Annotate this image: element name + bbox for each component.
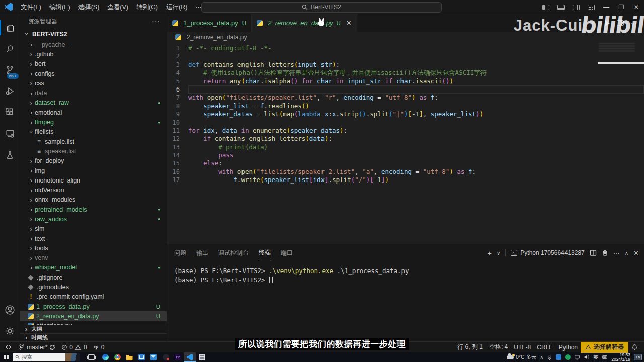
- chrome-app-icon[interactable]: [111, 352, 123, 362]
- git-branch-item[interactable]: master*: [16, 342, 58, 353]
- menu-item-编辑-e[interactable]: 编辑(E): [45, 0, 74, 14]
- tree-item-for-deploy[interactable]: ›for_deploy: [20, 156, 167, 166]
- tree-item-pre-commit-config-yaml[interactable]: !.pre-commit-config.yaml: [20, 292, 167, 302]
- tree-item-pycache[interactable]: ›__pycache__: [20, 40, 167, 49]
- kill-terminal-trash-icon[interactable]: [602, 249, 608, 256]
- ports-item[interactable]: 0: [90, 342, 108, 353]
- cloud-sync-icon[interactable]: [556, 354, 561, 360]
- explorer-app-icon[interactable]: [123, 352, 135, 362]
- task-view-icon[interactable]: [88, 354, 95, 360]
- panel-tab-终端[interactable]: 终端: [259, 244, 271, 261]
- tree-item-data[interactable]: ›data: [20, 88, 167, 98]
- notifications-bell-icon[interactable]: [628, 342, 641, 353]
- touch-keyboard-icon[interactable]: [602, 354, 608, 360]
- select-interpreter-warning[interactable]: 选择解释器: [581, 342, 628, 353]
- testing-icon[interactable]: [0, 144, 20, 165]
- tree-item-whisper-model[interactable]: ›whisper_model●: [20, 263, 167, 273]
- toggle-sidebar-icon[interactable]: [538, 0, 553, 14]
- eol-item[interactable]: CRLF: [534, 342, 555, 353]
- hidden-icons-chevron[interactable]: ∧: [540, 355, 544, 360]
- explorer-icon[interactable]: [0, 17, 20, 38]
- security-icon[interactable]: [565, 354, 571, 360]
- close-panel-icon[interactable]: ✕: [633, 249, 639, 257]
- panel-tab-端口[interactable]: 端口: [281, 244, 293, 261]
- terminal-dropdown-icon[interactable]: ∨: [497, 250, 500, 256]
- edge-app-icon[interactable]: [99, 352, 111, 362]
- vscode-app-icon[interactable]: [184, 352, 196, 362]
- premiere-app-icon[interactable]: Pr: [172, 352, 184, 362]
- toggle-panel-icon[interactable]: [553, 0, 569, 14]
- store-app-icon[interactable]: [135, 352, 147, 362]
- weather-widget[interactable]: 0°C 多云: [507, 354, 537, 361]
- menu-item-转到-g[interactable]: 转到(G): [132, 0, 162, 14]
- run-debug-icon[interactable]: [0, 80, 20, 102]
- tree-item-sample-list[interactable]: ≡sample.list: [20, 137, 167, 146]
- indentation-item[interactable]: 空格: 4: [486, 342, 511, 353]
- tree-item-github[interactable]: ›.github: [20, 49, 167, 59]
- code-editor[interactable]: 1# -*- coding:utf-8 -*-23def contains_en…: [167, 43, 644, 244]
- tree-item-oldversion[interactable]: ›oldVersion: [20, 185, 167, 195]
- volume-icon[interactable]: [584, 354, 590, 360]
- panel-more-actions-icon[interactable]: ···: [613, 249, 620, 257]
- cursor-position-item[interactable]: 行 6, 列 1: [454, 342, 486, 353]
- doc-app-icon[interactable]: [196, 352, 208, 362]
- tree-item-gitignore[interactable]: .gitignore: [20, 273, 167, 282]
- mail-app-icon[interactable]: [147, 352, 159, 362]
- menu-item-查看-v[interactable]: 查看(V): [103, 0, 132, 14]
- tree-item-ffmpeg[interactable]: ›ffmpeg●: [20, 117, 167, 127]
- tree-item-emotional[interactable]: ›emotional: [20, 108, 167, 117]
- tree-item-tools[interactable]: ›tools: [20, 243, 167, 253]
- tree-item-venv[interactable]: ›venv: [20, 253, 167, 263]
- tree-item-1-process-data-py[interactable]: 1_process_data.pyU: [20, 302, 167, 311]
- microphone-icon[interactable]: [547, 354, 552, 360]
- tree-item-onnx-modules[interactable]: ›onnx_modules: [20, 195, 167, 205]
- taskbar-search-box[interactable]: 搜索: [13, 353, 80, 361]
- tree-item-raw-audios[interactable]: ›raw_audios●: [20, 214, 167, 224]
- new-terminal-icon[interactable]: +: [487, 249, 492, 257]
- panel-tab-调试控制台[interactable]: 调试控制台: [218, 244, 249, 261]
- editor-tab-1-process-data-py[interactable]: 1_process_data.pyU: [167, 14, 252, 32]
- tree-item-slm[interactable]: ›slm: [20, 224, 167, 234]
- menu-item-文件-f[interactable]: 文件(F): [17, 0, 45, 14]
- music-app-icon[interactable]: [159, 352, 172, 362]
- account-icon[interactable]: [0, 299, 20, 320]
- toggle-splitview-icon[interactable]: [569, 0, 584, 14]
- tree-item-configs[interactable]: ›configs: [20, 69, 167, 78]
- tree-item-gitmodules[interactable]: .gitmodules: [20, 282, 167, 292]
- problems-item[interactable]: 0 0: [58, 342, 90, 353]
- command-center-search[interactable]: Bert-VITS2: [201, 2, 442, 13]
- split-terminal-icon[interactable]: [590, 249, 597, 256]
- panel-tab-输出[interactable]: 输出: [196, 244, 208, 261]
- clock-widget[interactable]: 19:53 2024/1/19: [611, 353, 630, 362]
- extensions-icon[interactable]: [0, 102, 20, 123]
- tree-item-bert[interactable]: ›bert: [20, 59, 167, 69]
- tab-close-icon[interactable]: ✕: [346, 19, 352, 27]
- encoding-item[interactable]: UTF-8: [511, 342, 534, 353]
- outline-section[interactable]: › 大纲: [20, 325, 167, 333]
- terminal-output[interactable]: (base) PS F:\Bert-VITS2> .\venv\python.e…: [167, 261, 644, 285]
- tree-item-filelists[interactable]: ›filelists: [20, 127, 167, 137]
- display-icon[interactable]: [574, 354, 580, 360]
- explorer-more-actions-icon[interactable]: ···: [152, 17, 160, 25]
- settings-gear-icon[interactable]: [0, 320, 20, 341]
- ime-indicator[interactable]: 英: [593, 354, 598, 361]
- remote-explorer-icon[interactable]: [0, 123, 20, 144]
- notification-count-badge[interactable]: 16: [634, 354, 642, 360]
- tree-item-speaker-list[interactable]: ≡speaker.list: [20, 146, 167, 156]
- source-control-icon[interactable]: 2K+: [0, 59, 20, 80]
- workspace-root-row[interactable]: › BERT-VITS2: [20, 28, 167, 40]
- menu-item-运行-r[interactable]: 运行(R): [162, 0, 191, 14]
- tree-item-text[interactable]: ›text: [20, 234, 167, 243]
- tree-item-dataset-raw[interactable]: ›dataset_raw●: [20, 98, 167, 108]
- start-button[interactable]: [0, 352, 13, 362]
- remote-indicator[interactable]: [0, 342, 16, 353]
- timeline-section[interactable]: › 时间线: [20, 333, 167, 342]
- tree-item-pretrained-models[interactable]: ›pretrained_models●: [20, 205, 167, 214]
- tree-item-2-remove-en-data-py[interactable]: 2_remove_en_data.pyU: [20, 311, 167, 321]
- language-mode-item[interactable]: Python: [556, 342, 581, 353]
- tree-item-img[interactable]: ›img: [20, 166, 167, 175]
- terminal-instance-chip[interactable]: >_ Python 1705664413287: [511, 249, 584, 256]
- search-sidebar-icon[interactable]: [0, 38, 20, 59]
- tree-item-monotonic-align[interactable]: ›monotonic_align: [20, 175, 167, 185]
- editor-tab-2-remove-en-data-py[interactable]: 2_remove_en_data.pyU✕: [252, 14, 357, 32]
